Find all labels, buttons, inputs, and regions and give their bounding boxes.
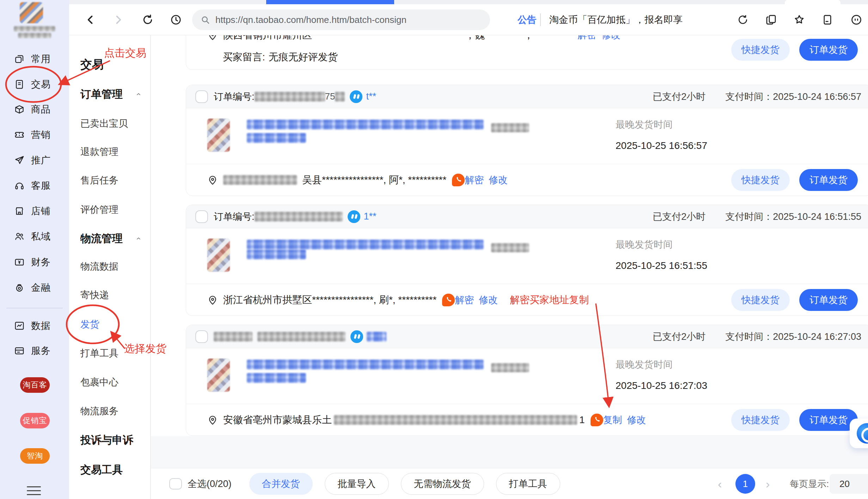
next-page-icon[interactable]: › <box>766 477 770 491</box>
sidebar-item-shop[interactable]: 店铺 <box>0 205 69 217</box>
pay-status: 已支付2小时 <box>653 210 705 223</box>
phone-icon[interactable] <box>442 294 455 306</box>
app-badge-label: 智淘 <box>27 451 43 461</box>
per-page-select[interactable]: 20 <box>830 474 868 494</box>
content-divider <box>151 35 151 499</box>
back-icon[interactable] <box>85 14 97 26</box>
submenu-item-package-center[interactable]: 包裹中心 <box>80 375 118 389</box>
batch-action-bar: 全选(0/20) 合并发货 批量导入 无需物流发货 打单工具 ‹ 1 › 每页显… <box>151 468 868 499</box>
file-icon[interactable] <box>821 14 833 26</box>
decrypt-link[interactable]: 解密 <box>465 174 484 186</box>
submenu-item-aftersale-tasks[interactable]: 售后任务 <box>80 174 118 187</box>
sidebar-item-marketing[interactable]: 营销 <box>0 128 69 141</box>
app-badge-cuxiaobao[interactable]: 促销宝 <box>20 413 50 428</box>
storefront-icon <box>14 206 25 216</box>
wangwang-chat-icon[interactable] <box>350 90 362 103</box>
chevron-up-icon[interactable] <box>135 236 142 241</box>
modify-link[interactable]: 修改 <box>627 414 646 426</box>
submenu-item-print-tool[interactable]: 打单工具 <box>80 347 118 360</box>
wangwang-chat-icon[interactable] <box>348 210 360 223</box>
sidebar-item-common[interactable]: 常用 <box>0 53 69 65</box>
floating-assistant-widget[interactable] <box>850 419 868 448</box>
submenu-item-refund-mgmt[interactable]: 退款管理 <box>80 145 118 158</box>
prev-page-icon[interactable]: ‹ <box>718 477 722 491</box>
quick-ship-button[interactable]: 快捷发货 <box>731 289 790 311</box>
product-title-redacted[interactable] <box>247 120 484 143</box>
submenu-item-logistics-service[interactable]: 物流服务 <box>80 404 118 418</box>
submenu-item-send-express[interactable]: 寄快递 <box>80 288 109 302</box>
assistant-icon[interactable] <box>850 14 862 26</box>
address-bar[interactable]: https://qn.taobao.com/home.htm/batch-con… <box>192 10 490 30</box>
product-thumbnail[interactable] <box>207 238 230 272</box>
submenu-section-order-mgmt[interactable]: 订单管理 <box>80 88 123 101</box>
notice-text[interactable]: 淘金币「百亿加抵」，报名即享 <box>549 13 683 26</box>
history-icon[interactable] <box>170 14 182 26</box>
product-title-redacted[interactable] <box>247 240 484 259</box>
latest-ship-time: 最晚发货时间 2025-10-25 16:56:57 <box>616 118 707 151</box>
select-all-checkbox[interactable] <box>169 478 182 489</box>
menu-icon[interactable] <box>27 486 41 495</box>
price-redacted <box>491 123 529 132</box>
product-thumbnail[interactable] <box>207 358 230 392</box>
copy-link[interactable]: 复制 <box>603 414 622 426</box>
forward-icon[interactable] <box>112 14 124 26</box>
annotation-click-trade: 点击交易 <box>104 46 146 60</box>
sync-icon[interactable] <box>737 14 749 26</box>
chevron-up-icon[interactable] <box>135 92 142 97</box>
sidebar-item-customer-service[interactable]: 客服 <box>0 179 69 192</box>
print-tool-button[interactable]: 打单工具 <box>496 473 560 495</box>
order-ship-button[interactable]: 订单发货 <box>799 289 858 311</box>
wangwang-chat-icon[interactable] <box>350 330 363 343</box>
submenu-section-trade-tools[interactable]: 交易工具 <box>80 463 123 476</box>
buyer-nick[interactable]: t** <box>366 91 376 102</box>
order-ship-button[interactable]: 订单发货 <box>799 39 858 61</box>
latest-ship-label: 最晚发货时间 <box>616 358 707 371</box>
no-logistics-ship-button[interactable]: 无需物流发货 <box>401 473 484 495</box>
sidebar-item-trade[interactable]: 交易 <box>0 78 69 91</box>
page-number[interactable]: 1 <box>735 474 755 494</box>
address-redacted <box>223 175 297 185</box>
address-row: 浙江省杭州市拱墅区****************, 刷*, *********… <box>186 284 868 315</box>
submenu-section-logistics-mgmt[interactable]: 物流管理 <box>80 232 123 245</box>
reload-icon[interactable] <box>142 14 154 26</box>
sidebar-item-service[interactable]: 服务 <box>0 344 69 357</box>
avatar[interactable] <box>20 2 43 23</box>
order-ship-button[interactable]: 订单发货 <box>799 169 858 191</box>
modify-link[interactable]: 修改 <box>489 174 508 186</box>
product-thumbnail[interactable] <box>207 118 230 152</box>
modify-link[interactable]: 修改 <box>479 294 498 306</box>
star-icon[interactable] <box>793 14 805 26</box>
buyer-nick[interactable]: 1** <box>364 211 377 222</box>
notice-badge[interactable]: 公告 <box>518 13 537 26</box>
product-title-redacted[interactable] <box>247 360 484 383</box>
submenu-section-complaints[interactable]: 投诉与申诉 <box>80 433 133 447</box>
sidebar-item-product[interactable]: 商品 <box>0 103 69 116</box>
app-badge-zhitao[interactable]: 智淘 <box>20 448 50 464</box>
sidebar-item-fund[interactable]: 金融 <box>0 281 69 294</box>
copy-tabs-icon[interactable] <box>765 14 777 26</box>
batch-import-button[interactable]: 批量导入 <box>325 473 389 495</box>
order-checkbox[interactable] <box>195 210 208 223</box>
decrypt-link[interactable]: 解密 <box>455 294 474 306</box>
order-checkbox[interactable] <box>195 90 208 103</box>
order-ship-button[interactable]: 订单发货 <box>799 409 858 431</box>
phone-icon[interactable] <box>591 414 603 426</box>
order-checkbox[interactable] <box>195 330 208 343</box>
quick-ship-button[interactable]: 快捷发货 <box>731 169 790 191</box>
background-tab[interactable] <box>785 0 841 4</box>
active-tab-indicator[interactable] <box>266 0 394 4</box>
sidebar-item-finance[interactable]: 财务 <box>0 256 69 269</box>
sidebar-item-label: 营销 <box>31 128 51 141</box>
phone-icon[interactable] <box>452 174 465 186</box>
submenu-item-sold-items[interactable]: 已卖出宝贝 <box>80 117 128 130</box>
merge-ship-button[interactable]: 合并发货 <box>249 473 313 495</box>
sidebar-item-promotion[interactable]: 推广 <box>0 154 69 167</box>
sidebar-item-private-domain[interactable]: 私域 <box>0 230 69 243</box>
quick-ship-button[interactable]: 快捷发货 <box>731 409 790 431</box>
quick-ship-button[interactable]: 快捷发货 <box>731 39 790 61</box>
submenu-item-review-mgmt[interactable]: 评价管理 <box>80 203 118 216</box>
app-badge-taobaike[interactable]: 淘百客 <box>20 377 50 393</box>
sidebar-item-data[interactable]: 数据 <box>0 319 69 332</box>
submenu-item-ship[interactable]: 发货 <box>80 318 99 331</box>
submenu-item-logistics-data[interactable]: 物流数据 <box>80 260 118 273</box>
